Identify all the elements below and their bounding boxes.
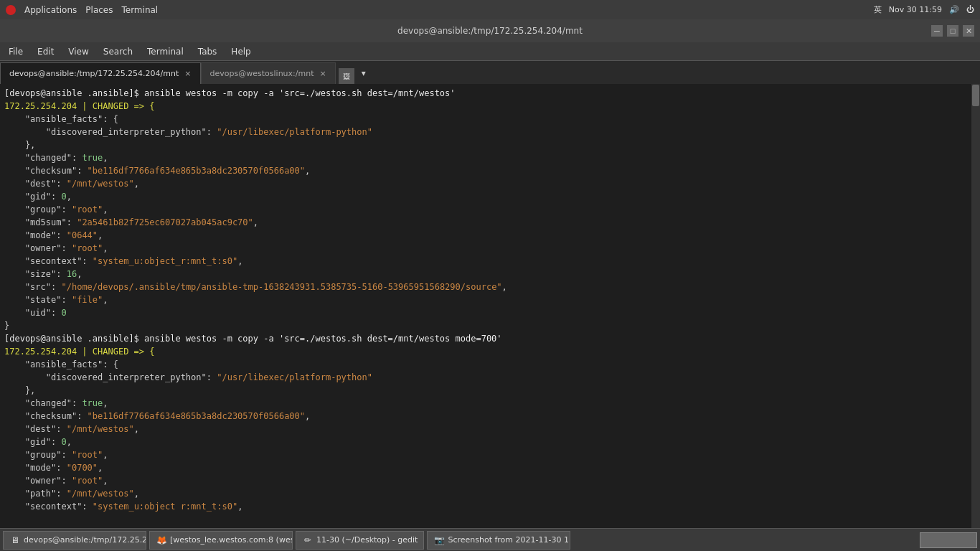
window-title: devops@ansible:/tmp/172.25.254.204/mnt [397, 26, 583, 36]
taskbar: 🖥 devops@ansible:/tmp/172.25.254.2... 🦊 … [0, 528, 980, 551]
taskbar-terminal-label: devops@ansible:/tmp/172.25.254.2... [24, 535, 146, 545]
westos-taskbar-icon: 🦊 [156, 534, 167, 546]
screenshot-taskbar-icon: 📷 [433, 534, 445, 546]
scroll-thumb[interactable] [972, 85, 979, 106]
terminal-content[interactable]: [devops@ansible .ansible]$ ansible westo… [0, 84, 971, 528]
distro-icon [6, 5, 16, 15]
terminal-menu[interactable]: Terminal [121, 5, 158, 15]
power-icon: ⏻ [966, 5, 974, 14]
taskbar-screenshot-label: Screenshot from 2021-11-30 11-4... [448, 535, 570, 545]
taskbar-gedit-label: 11-30 (~/Desktop) - gedit [316, 535, 418, 545]
terminal-taskbar-icon: 🖥 [9, 534, 21, 546]
taskbar-right [920, 532, 977, 548]
tab-ansible-label: devops@ansible:/tmp/172.25.254.204/mnt [9, 69, 179, 78]
menu-bar: File Edit View Search Terminal Tabs Help [0, 42, 980, 61]
tab-dropdown-btn[interactable]: ▾ [356, 62, 372, 84]
title-bar-controls: ─ □ ✕ [931, 25, 974, 37]
menu-search[interactable]: Search [98, 45, 138, 58]
tab-ansible-close[interactable]: × [184, 69, 191, 78]
taskbar-item-terminal[interactable]: 🖥 devops@ansible:/tmp/172.25.254.2... [3, 531, 146, 550]
menu-tabs[interactable]: Tabs [192, 45, 223, 58]
taskbar-item-screenshot[interactable]: 📷 Screenshot from 2021-11-30 11-4... [427, 531, 570, 550]
taskbar-item-gedit[interactable]: ✏ 11-30 (~/Desktop) - gedit [296, 531, 424, 550]
taskbar-item-westos[interactable]: 🦊 [westos_lee.westos.com:8 (westos)... [149, 531, 293, 550]
taskbar-westos-label: [westos_lee.westos.com:8 (westos)... [170, 535, 293, 545]
minimize-button[interactable]: ─ [931, 25, 943, 37]
menu-file[interactable]: File [3, 45, 29, 58]
tab-westos[interactable]: devops@westoslinux:/mnt × [201, 62, 336, 84]
datetime: Nov 30 11:59 [889, 5, 942, 14]
volume-icon: 🔊 [949, 5, 959, 14]
tab-westos-close[interactable]: × [320, 69, 326, 78]
tab-westos-label: devops@westoslinux:/mnt [210, 69, 314, 78]
applications-menu[interactable]: Applications [24, 5, 77, 15]
menu-view[interactable]: View [62, 45, 94, 58]
taskbar-search-box[interactable] [920, 532, 977, 548]
gedit-taskbar-icon: ✏ [302, 534, 314, 546]
tabs-bar: devops@ansible:/tmp/172.25.254.204/mnt ×… [0, 61, 980, 84]
system-bar-left: Applications Places Terminal [6, 5, 158, 15]
title-bar: devops@ansible:/tmp/172.25.254.204/mnt ─… [0, 19, 980, 42]
tab-ansible[interactable]: devops@ansible:/tmp/172.25.254.204/mnt × [0, 62, 201, 84]
screenshot-tab-btn[interactable]: 🖼 [339, 68, 354, 84]
menu-edit[interactable]: Edit [32, 45, 60, 58]
menu-help[interactable]: Help [225, 45, 256, 58]
language-indicator: 英 [874, 4, 882, 15]
terminal-wrapper: [devops@ansible .ansible]$ ansible westo… [0, 84, 980, 528]
system-bar-right: 英 Nov 30 11:59 🔊 ⏻ [874, 4, 974, 15]
system-bar: Applications Places Terminal 英 Nov 30 11… [0, 0, 980, 19]
close-button[interactable]: ✕ [963, 25, 974, 37]
terminal-scrollbar[interactable] [971, 84, 980, 528]
menu-terminal[interactable]: Terminal [141, 45, 189, 58]
restore-button[interactable]: □ [947, 25, 958, 37]
places-menu[interactable]: Places [85, 5, 113, 15]
